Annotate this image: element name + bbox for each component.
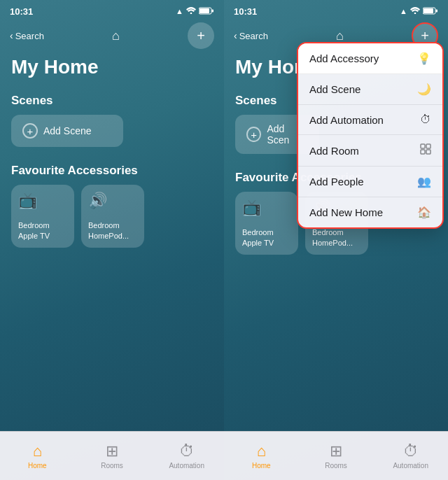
add-scene-menu-label: Add Scene	[309, 83, 360, 95]
right-add-scene-circle: +	[246, 127, 261, 142]
appletv-label: BedroomApple TV	[18, 220, 67, 241]
accessory-card-appletv[interactable]: 📺 BedroomApple TV	[11, 185, 74, 248]
left-tab-bar: ⌂ Home ⊞ Rooms ⏱ Automation	[0, 431, 224, 480]
right-appletv-icon: 📺	[242, 199, 291, 217]
wifi-icon	[186, 7, 196, 15]
automation-menu-icon: ⏱	[420, 113, 431, 126]
left-nav-back-label: Search	[15, 31, 44, 41]
left-home-icon: ⌂	[112, 29, 120, 43]
right-battery-icon	[423, 7, 438, 16]
accessory-menu-icon: 💡	[417, 52, 431, 65]
tab-rooms-left[interactable]: ⊞ Rooms	[75, 442, 150, 470]
svg-rect-10	[421, 150, 425, 154]
automation-tab-icon: ⏱	[179, 442, 195, 460]
tab-automation-left[interactable]: ⏱ Automation	[149, 442, 224, 470]
tab-home-left[interactable]: ⌂ Home	[0, 442, 75, 470]
add-automation-label: Add Automation	[309, 114, 384, 126]
right-rooms-tab-icon: ⊞	[330, 442, 342, 460]
tab-rooms-right[interactable]: ⊞ Rooms	[299, 442, 374, 470]
battery-icon	[199, 7, 214, 16]
menu-item-add-automation[interactable]: Add Automation ⏱	[298, 105, 442, 135]
right-homepod-label: BedroomHomePod...	[312, 227, 361, 248]
menu-item-add-scene[interactable]: Add Scene 🌙	[298, 74, 442, 105]
right-tab-bar: ⌂ Home ⊞ Rooms ⏱ Automation	[224, 431, 448, 480]
right-home-tab-label: Home	[252, 462, 271, 470]
rooms-tab-icon: ⊞	[106, 442, 118, 460]
left-time: 10:31	[10, 6, 33, 17]
new-home-menu-icon: 🏠	[417, 206, 431, 219]
signal-icon: ▲	[176, 7, 183, 15]
left-accessories-title: Favourite Accessories	[11, 164, 213, 178]
right-accessory-card-appletv[interactable]: 📺 BedroomApple TV	[235, 192, 298, 255]
tab-home-right[interactable]: ⌂ Home	[224, 442, 299, 470]
scene-menu-icon: 🌙	[417, 83, 431, 96]
left-scenes-title: Scenes	[11, 94, 213, 108]
right-chevron-left-icon: ‹	[234, 30, 237, 41]
add-room-label: Add Room	[309, 145, 359, 157]
right-signal-icon: ▲	[400, 7, 407, 15]
left-accessories-section: Favourite Accessories 📺 BedroomApple TV …	[0, 153, 224, 253]
accessory-card-homepod[interactable]: 🔊 BedroomHomePod...	[81, 185, 144, 248]
home-tab-label: Home	[28, 462, 47, 470]
left-status-icons: ▲	[176, 7, 214, 16]
svg-rect-9	[426, 144, 430, 148]
left-scenes-section: Scenes + Add Scene	[0, 87, 224, 153]
svg-rect-7	[436, 9, 438, 12]
right-nav-back-label: Search	[239, 31, 268, 41]
right-rooms-tab-label: Rooms	[325, 462, 347, 470]
add-new-home-label: Add New Home	[309, 206, 383, 218]
right-home-tab-icon: ⌂	[257, 442, 266, 460]
right-automation-tab-label: Automation	[393, 462, 428, 470]
svg-rect-6	[424, 8, 433, 13]
add-accessory-label: Add Accessory	[309, 52, 379, 64]
left-add-scene-circle: +	[22, 123, 38, 139]
menu-item-add-new-home[interactable]: Add New Home 🏠	[298, 197, 442, 227]
svg-rect-8	[421, 144, 425, 148]
right-status-bar: 10:31 ▲	[224, 0, 448, 20]
add-menu: Add Accessory 💡 Add Scene 🌙 Add Automati…	[297, 42, 444, 229]
right-nav-back[interactable]: ‹ Search	[234, 30, 268, 41]
left-nav-back[interactable]: ‹ Search	[10, 30, 44, 41]
left-nav-bar: ‹ Search ⌂ +	[0, 20, 224, 53]
menu-item-add-room[interactable]: Add Room	[298, 135, 442, 167]
room-menu-icon	[420, 143, 431, 157]
svg-rect-3	[212, 9, 214, 12]
right-appletv-label: BedroomApple TV	[242, 227, 291, 248]
left-add-scene-label: Add Scene	[43, 125, 92, 136]
right-home-nav-icon: ⌂	[336, 29, 344, 43]
svg-point-0	[190, 13, 192, 14]
left-plus-button[interactable]: +	[188, 22, 214, 49]
chevron-left-icon: ‹	[10, 30, 13, 41]
homepod-icon: 🔊	[88, 192, 137, 210]
svg-rect-2	[200, 8, 209, 13]
left-status-bar: 10:31 ▲	[0, 0, 224, 20]
right-time: 10:31	[234, 6, 257, 17]
left-page-title: My Home	[0, 53, 224, 87]
right-status-icons: ▲	[400, 7, 438, 16]
svg-point-4	[414, 13, 416, 14]
menu-item-add-people[interactable]: Add People 👥	[298, 167, 442, 197]
home-tab-icon: ⌂	[33, 442, 42, 460]
tab-automation-right[interactable]: ⏱ Automation	[373, 442, 448, 470]
left-add-scene-button[interactable]: + Add Scene	[11, 115, 123, 147]
left-phone: 10:31 ▲ ‹ Search ⌂	[0, 0, 224, 480]
menu-item-add-accessory[interactable]: Add Accessory 💡	[298, 43, 442, 74]
automation-tab-label: Automation	[169, 462, 204, 470]
people-menu-icon: 👥	[417, 175, 431, 188]
appletv-icon: 📺	[18, 192, 67, 210]
left-accessories-grid: 📺 BedroomApple TV 🔊 BedroomHomePod...	[11, 185, 213, 248]
add-people-label: Add People	[309, 176, 364, 188]
right-automation-tab-icon: ⏱	[403, 442, 419, 460]
plus-icon: +	[197, 28, 205, 44]
homepod-label: BedroomHomePod...	[88, 220, 137, 241]
svg-rect-11	[426, 150, 430, 154]
right-phone: 10:31 ▲ ‹ Search ⌂	[224, 0, 448, 480]
rooms-tab-label: Rooms	[101, 462, 123, 470]
right-wifi-icon	[410, 7, 420, 15]
